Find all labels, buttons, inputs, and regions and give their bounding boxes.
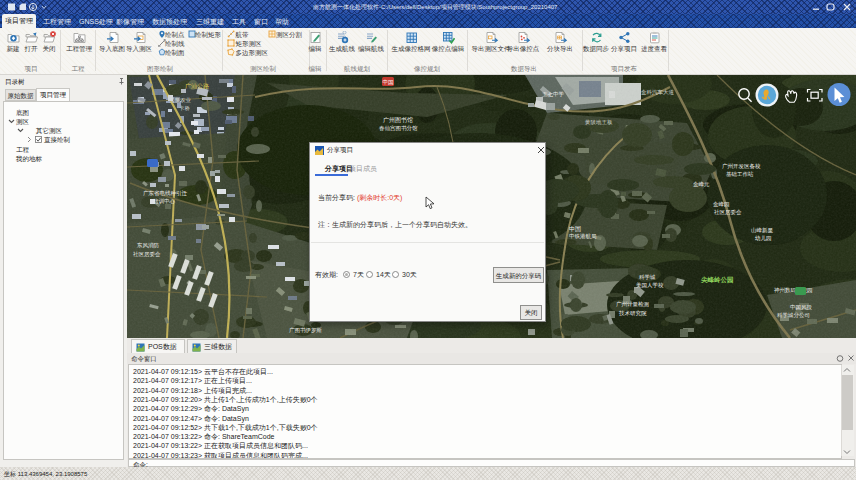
svg-text:中国: 中国	[569, 226, 581, 233]
svg-text:玉泉农业: 玉泉农业	[169, 97, 192, 103]
svg-text:广州图书馆: 广州图书馆	[383, 116, 413, 124]
svg-text:广东省电线种引迁: 广东省电线种引迁	[143, 190, 188, 197]
svg-text:山峰新星: 山峰新星	[751, 227, 774, 233]
svg-text:社区居委会: 社区居委会	[133, 251, 161, 257]
svg-text:中国风投: 中国风投	[790, 304, 813, 311]
svg-text:美国人学校: 美国人学校	[636, 282, 664, 289]
svg-text:培训中心: 培训中心	[153, 198, 176, 205]
svg-text:广州开发区备校: 广州开发区备校	[722, 163, 761, 169]
svg-text:玉七中学: 玉七中学	[542, 91, 565, 97]
svg-text:技术研究院: 技术研究院	[619, 310, 647, 317]
svg-text:社区居委会: 社区居委会	[714, 209, 742, 215]
svg-text:神州数码智慧园: 神州数码智慧园	[774, 287, 813, 294]
svg-text:金峰园: 金峰园	[713, 201, 730, 208]
svg-text:卡桥: 卡桥	[179, 105, 191, 111]
svg-text:尖峰岭公园: 尖峰岭公园	[700, 276, 734, 284]
svg-text:广州计量检测: 广州计量检测	[616, 301, 650, 308]
svg-text:金峰元: 金峰元	[693, 181, 710, 187]
svg-text:科学城: 科学城	[639, 274, 656, 280]
svg-text:基础工作站: 基础工作站	[726, 171, 754, 177]
svg-text:科学城分公司: 科学城分公司	[777, 312, 810, 318]
svg-text:广图书伊罗斯: 广图书伊罗斯	[289, 327, 323, 334]
svg-text:中国: 中国	[383, 79, 394, 86]
svg-text:黄陂地王板: 黄陂地王板	[585, 119, 613, 125]
svg-text:广汕公路: 广汕公路	[185, 83, 209, 90]
svg-text:春仙宫图书分馆: 春仙宫图书分馆	[379, 125, 418, 132]
svg-text:金科汽车大道: 金科汽车大道	[641, 89, 675, 96]
svg-text:东风消防: 东风消防	[136, 242, 160, 249]
svg-text:中铁港航局: 中铁港航局	[569, 233, 597, 240]
svg-text:幼儿园: 幼儿园	[755, 235, 772, 242]
